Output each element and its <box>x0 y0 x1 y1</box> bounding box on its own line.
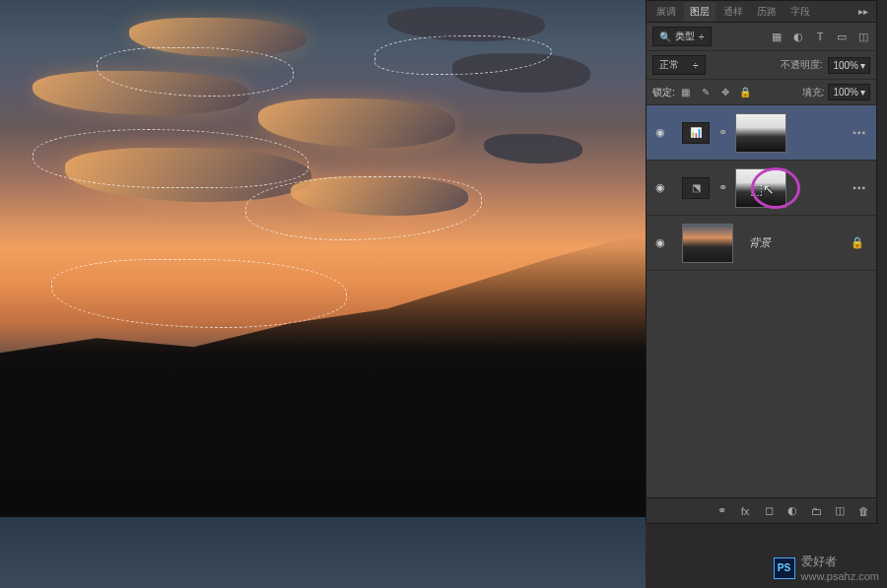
curves-adjustment-icon[interactable]: ⬔ <box>682 177 710 199</box>
blend-mode-value: 正常 <box>659 58 679 72</box>
layer-row-adjustment-1[interactable]: ◉ 📊 ⚭ ▪▪▪ <box>647 105 876 161</box>
filter-type-dropdown[interactable]: 🔍 类型 ÷ <box>652 27 712 46</box>
blend-mode-dropdown[interactable]: 正常 ÷ <box>652 55 706 75</box>
tab-adjustments[interactable]: 展调 <box>650 2 682 22</box>
layer-thumbnail[interactable] <box>682 224 733 263</box>
tab-layers[interactable]: 图层 <box>684 2 716 22</box>
fill-input[interactable]: 100% ▾ <box>828 84 870 100</box>
link-mask-icon[interactable]: ⚭ <box>716 126 729 139</box>
link-layers-icon[interactable]: ⚭ <box>715 504 728 518</box>
layer-name-background[interactable]: 背景 <box>749 235 771 250</box>
watermark-url: www.psahz.com <box>801 570 879 582</box>
lock-position-icon[interactable]: ✥ <box>718 86 732 99</box>
visibility-toggle[interactable]: ◉ <box>652 125 668 141</box>
canvas-area[interactable] <box>0 0 646 588</box>
fill-label: 填充: <box>802 86 825 99</box>
layer-effects-icon[interactable]: fx <box>738 504 752 518</box>
layer-row-adjustment-2[interactable]: ◉ ⬔ ⚭ ⬚↖ ▪▪▪ <box>647 161 876 216</box>
layer-mask-thumbnail[interactable]: ⬚↖ <box>735 168 786 208</box>
filter-pixel-icon[interactable]: ▦ <box>770 30 784 43</box>
filter-shape-icon[interactable]: ▭ <box>835 30 849 43</box>
tab-paragraph[interactable]: 字段 <box>785 2 816 22</box>
filter-adjustment-icon[interactable]: ◐ <box>791 30 805 43</box>
document-image <box>0 0 646 588</box>
lock-label: 锁定: <box>652 86 675 99</box>
watermark: PS 爱好者 www.psahz.com <box>774 554 879 582</box>
opacity-label: 不透明度: <box>781 58 823 72</box>
chevron-down-icon: ▾ <box>860 87 865 98</box>
filter-icons: ▦ ◐ T ▭ ◫ <box>770 30 870 43</box>
fill-value-text: 100% <box>833 87 858 98</box>
layer-row-background[interactable]: ◉ 背景 🔒 <box>647 216 876 271</box>
layer-filter-row: 🔍 类型 ÷ ▦ ◐ T ▭ ◫ <box>647 23 876 51</box>
opacity-input[interactable]: 100% ▾ <box>828 57 870 74</box>
layers-list: ◉ 📊 ⚭ ▪▪▪ ◉ ⬔ ⚭ ⬚↖ ▪▪▪ ◉ 背景 🔒 <box>647 105 876 271</box>
panel-menu-icon[interactable]: ▸▸ <box>854 6 872 17</box>
tab-paths[interactable]: 历路 <box>751 2 783 22</box>
visibility-toggle[interactable]: ◉ <box>652 235 668 251</box>
lock-row: 锁定: ▦ ✎ ✥ 🔒 填充: 100% ▾ <box>647 80 876 105</box>
water-region <box>0 517 646 588</box>
chevron-down-icon: ▾ <box>860 60 865 71</box>
lock-icons: ▦ ✎ ✥ 🔒 <box>679 86 752 99</box>
tab-channels[interactable]: 通样 <box>717 2 749 22</box>
lock-pixels-icon[interactable]: ✎ <box>699 86 713 99</box>
new-adjustment-icon[interactable]: ◐ <box>785 504 799 518</box>
link-mask-icon[interactable]: ⚭ <box>716 181 729 194</box>
background-lock-icon[interactable]: 🔒 <box>845 236 870 249</box>
opacity-value-text: 100% <box>833 60 858 71</box>
blend-mode-row: 正常 ÷ 不透明度: 100% ▾ <box>647 51 876 80</box>
levels-adjustment-icon[interactable]: 📊 <box>682 122 710 144</box>
new-layer-icon[interactable]: ◫ <box>833 504 847 518</box>
new-group-icon[interactable]: 🗀 <box>809 504 823 518</box>
layer-mask-thumbnail[interactable] <box>735 113 786 153</box>
search-icon: 🔍 <box>659 32 671 42</box>
watermark-brand: 爱好者 <box>801 554 879 570</box>
filter-smart-icon[interactable]: ◫ <box>856 30 870 43</box>
load-selection-cursor-icon: ⬚↖ <box>750 181 775 197</box>
lock-all-icon[interactable]: 🔒 <box>738 86 752 99</box>
panel-footer: ⚭ fx ◻ ◐ 🗀 ◫ 🗑 <box>647 497 876 523</box>
dropdown-icon: ÷ <box>699 32 705 42</box>
layers-panel: 展调 图层 通样 历路 字段 ▸▸ 🔍 类型 ÷ ▦ ◐ T ▭ ◫ 正常 ÷ … <box>646 0 877 524</box>
visibility-toggle[interactable]: ◉ <box>652 180 668 196</box>
filter-type-label: 类型 <box>675 30 695 43</box>
layer-options-icon[interactable]: ▪▪▪ <box>849 127 870 138</box>
layer-options-icon[interactable]: ▪▪▪ <box>849 182 870 193</box>
panel-tabs: 展调 图层 通样 历路 字段 ▸▸ <box>647 1 876 23</box>
add-mask-icon[interactable]: ◻ <box>762 504 776 518</box>
delete-layer-icon[interactable]: 🗑 <box>856 504 870 518</box>
dropdown-icon: ÷ <box>693 60 699 71</box>
panel-empty-area <box>647 271 876 497</box>
ps-logo-icon: PS <box>774 557 795 579</box>
filter-type-icon[interactable]: T <box>813 30 827 43</box>
lock-transparency-icon[interactable]: ▦ <box>679 86 693 99</box>
